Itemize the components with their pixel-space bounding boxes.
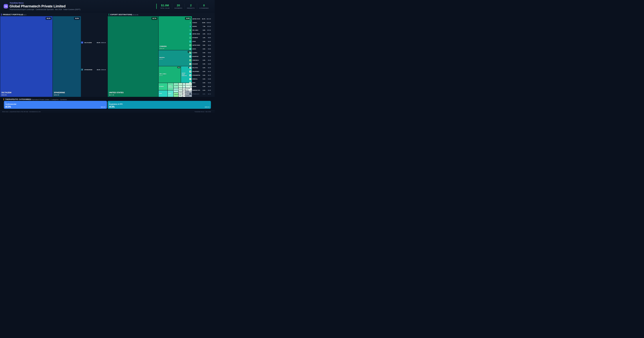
item-value: $2.8K	[206, 63, 211, 65]
block-name: SPAIN	[158, 93, 162, 94]
item-name: PERU	[192, 82, 200, 84]
treemap-block-kenya[interactable]: KENYA	[168, 90, 173, 97]
treemap-block-nigeria[interactable]: 7.3% NIGERIA $72.2K	[158, 50, 192, 66]
treemap-block-panama[interactable]: PANAMA	[183, 91, 186, 94]
block-name: DILTIAZEM	[2, 92, 12, 94]
item-name: SRI LANKA	[192, 30, 200, 31]
category-value: $350.0K	[205, 106, 210, 108]
rank-badge: 2	[81, 68, 83, 71]
rank-badge: 19	[189, 86, 191, 88]
list-item[interactable]: 14MALAYSIA0.2%$2.2K	[189, 67, 211, 69]
item-name: NIGERIA	[192, 26, 200, 27]
treemap-block-ephedrine[interactable]: 35.0% EPHEDRINE $350.0K	[53, 16, 81, 97]
treemap-block-diltiazem[interactable]: 65.0% DILTIAZEM $650.0K	[0, 16, 52, 97]
rank-badge: 9	[189, 48, 191, 50]
treemap-block-venezuela[interactable]: VENEZUELA	[174, 93, 178, 97]
block-name: NIGERIA	[160, 56, 165, 58]
list-item[interactable]: 15PHILIPPINES0.2%$2.1K	[189, 70, 211, 72]
treemap-row: 5.8% SRI LANKA $57.5K 2.0% UNITED ARAB E…	[158, 66, 192, 83]
treemap-block-sudan[interactable]: SUDAN	[183, 88, 186, 91]
rank-badge: 11	[189, 56, 191, 58]
treemap-block-united-states[interactable]: 62.7% UNITED STATES $617.2K	[108, 16, 158, 97]
treemap-block-mauritius[interactable]: MAURITIUS	[174, 88, 178, 92]
list-item[interactable]: 2 EPHEDRINE 35.0% $350.0K	[81, 68, 106, 71]
list-item[interactable]: 5UNITED ARAB EMIRATES2.0%$20.1K	[189, 33, 211, 35]
block-name: SUDAN	[183, 89, 186, 90]
rank-badge: 8	[189, 44, 191, 46]
item-name: DILTIAZEM	[84, 42, 94, 43]
export-destinations-header: EXPORT DESTINATIONS Top 25 of 25	[108, 13, 215, 16]
block-value: $617.2K	[109, 94, 124, 96]
category-name: Respiratory & OTC	[109, 103, 210, 105]
category-block-cardiovascular[interactable]: #1 Cardiovascular 1 products 65.0% $650.…	[4, 101, 107, 109]
item-pct: 2.0%	[201, 33, 205, 34]
block-value: $57.5K	[160, 75, 166, 76]
treemap-block-spain[interactable]: SPAIN	[158, 90, 168, 97]
list-item[interactable]: 3NIGERIA7.3%$72.2K	[189, 25, 211, 28]
treemap-block-afghanistan[interactable]: AFGHANISTAN	[178, 88, 182, 91]
rank-badge: 17	[189, 78, 191, 80]
treemap-block-malaysia[interactable]: MALAYSIA	[183, 83, 186, 88]
item-pct: 0.6%	[201, 44, 205, 46]
list-item[interactable]: 8UNITED KINGDOM0.6%$6.0K	[189, 44, 211, 46]
treemap-block-myanmar[interactable]: MYANMAR	[158, 83, 168, 90]
block-label: CANADA $156.6K	[160, 46, 167, 49]
block-name: MAURITIUS	[174, 90, 178, 91]
treemap-block-algeria[interactable]: ALGERIA	[174, 83, 178, 88]
list-item[interactable]: 4SRI LANKA5.8%$57.5K	[189, 29, 211, 31]
list-item[interactable]: 1 DILTIAZEM 65.0% $650.0K	[81, 42, 106, 44]
list-item[interactable]: 2CANADA15.9%$156.6K	[189, 22, 211, 24]
list-item[interactable]: 7SPAIN0.9%$9.0K	[189, 40, 211, 42]
list-item[interactable]: 17SENEGAL0.2%$1.8K	[189, 78, 211, 80]
rank-badge: 7	[189, 40, 191, 42]
list-item[interactable]: 9KENYA0.6%$5.8K	[189, 48, 211, 50]
stat-products: 2 PRODUCTS	[184, 4, 197, 9]
list-item[interactable]: 1UNITED STATES62.7%$617.2K	[189, 18, 211, 20]
item-value: $2.1K	[206, 71, 211, 72]
list-item[interactable]: 19SUDAN0.1%$1.4K	[189, 86, 211, 88]
treemap-block-united-kingdom[interactable]: UNITED KINGDOM	[168, 83, 173, 90]
treemap-block-cuba[interactable]: CUBA	[183, 94, 186, 97]
item-value: $9.8K	[206, 37, 211, 38]
minigrid-column: MYANMAR SPAIN	[158, 83, 168, 97]
item-pct: 0.9%	[201, 41, 205, 42]
block-label: UNITED ARAB EMIRATES	[182, 72, 188, 76]
list-item[interactable]: 10ALGERIA0.4%$3.6K	[189, 52, 211, 54]
list-item[interactable]: 16AFGHANISTAN0.2%$2.1K	[189, 74, 211, 76]
block-label: DILTIAZEM $650.0K	[2, 92, 12, 96]
item-value: $5.8K	[206, 48, 211, 50]
rank-badge: 4	[189, 29, 191, 31]
rank-badge: 5	[189, 33, 191, 35]
rank-badge: 3	[189, 26, 191, 28]
list-item[interactable]: 11MAURITIUS0.3%$3.3K	[189, 56, 211, 58]
block-name: CUBA	[183, 95, 186, 96]
item-value: $2.2K	[206, 67, 211, 68]
product-portfolio-panel: PRODUCT PORTFOLIO Top 2 of 2 65.0% DILTI…	[0, 13, 107, 97]
category-rank: #2	[109, 102, 210, 103]
item-pct: 15.9%	[201, 22, 205, 23]
block-label: NIGERIA $72.2K	[160, 56, 165, 60]
treemap-block-ecuador[interactable]: ECUADOR	[178, 83, 182, 88]
list-item[interactable]: 13ECUADOR0.3%$2.8K	[189, 63, 211, 65]
list-item[interactable]: 18PERU0.2%$1.5K	[189, 82, 211, 84]
panel-accent-bar	[109, 14, 109, 16]
category-block-respiratory-otc[interactable]: #2 Respiratory & OTC 1 products 35.0% $3…	[108, 101, 211, 109]
rank-badge: 2	[189, 22, 191, 24]
treemap-block-senegal[interactable]: SENEGAL	[178, 91, 182, 94]
minigrid-column: UNITED KINGDOM KENYA	[168, 83, 173, 97]
share-badge: 65.0%	[46, 17, 52, 20]
panel-accent-bar	[4, 98, 4, 100]
item-name: CANADA	[192, 22, 200, 23]
list-item[interactable]: 6MYANMAR1.0%$9.8K	[189, 36, 211, 39]
stat-value: $1.0M	[161, 4, 169, 7]
list-item[interactable]: 20BURKINA FASO0.1%$1.3K	[189, 89, 211, 91]
list-item[interactable]: 12VENEZUELA0.3%$3.1K	[189, 59, 211, 61]
minigrid-column: MALAYSIA SUDAN PANAMA CUBA	[183, 83, 186, 97]
stat-value: 2	[190, 4, 192, 7]
rank-badge: 16	[189, 74, 191, 76]
stat-value: 20	[177, 4, 180, 7]
treemap-block-canada[interactable]: 15.9% CANADA $156.6K	[158, 16, 192, 50]
treemap-block-sri-lanka[interactable]: 5.8% SRI LANKA $57.5K	[158, 66, 181, 83]
treemap-block-peru[interactable]: PERU	[178, 94, 182, 97]
list-item-others[interactable]: OTHERS (5+)0.6%$5.7K	[189, 93, 211, 95]
